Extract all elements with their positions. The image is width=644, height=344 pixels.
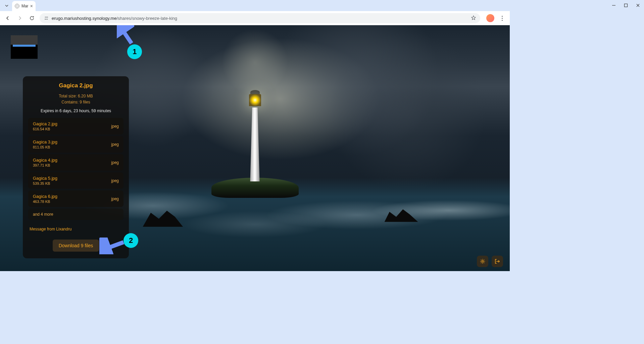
share-meta: Total size: 6.20 MB Contains: 9 files: [28, 93, 123, 105]
annotation-badge-1: 1: [127, 44, 142, 59]
file-type: jpeg: [111, 197, 119, 201]
file-type: jpeg: [111, 142, 119, 147]
share-contains: Contains: 9 files: [28, 99, 123, 105]
file-row[interactable]: Gagica 6.jpg 463.78 KB jpeg: [28, 190, 123, 207]
file-size: 397.71 KB: [33, 163, 57, 167]
svg-point-4: [47, 19, 48, 19]
svg-line-7: [120, 27, 132, 43]
file-name: Gagica 4.jpg: [33, 158, 57, 163]
file-row[interactable]: Gagica 4.jpg 397.71 KB jpeg: [28, 154, 123, 171]
app-logo[interactable]: [11, 35, 38, 59]
share-card: Gagica 2.jpg Total size: 6.20 MB Contain…: [23, 76, 129, 258]
share-title: Gagica 2.jpg: [28, 82, 123, 89]
annotation-arrow: [99, 238, 126, 254]
globe-icon: [15, 4, 19, 8]
file-name: Gagica 6.jpg: [33, 194, 57, 199]
file-row[interactable]: Gagica 5.jpg 539.35 KB jpeg: [28, 172, 123, 189]
file-type: jpeg: [111, 124, 119, 129]
settings-button[interactable]: [477, 256, 488, 267]
file-row[interactable]: Gagica 3.jpg 811.05 KB jpeg: [28, 136, 123, 153]
reload-button[interactable]: [28, 14, 36, 23]
browser-tab[interactable]: Mar ×: [12, 1, 36, 11]
tab-bar: Mar ×: [0, 0, 510, 11]
back-button[interactable]: [3, 14, 12, 23]
svg-line-9: [103, 242, 123, 250]
file-name: Gagica 3.jpg: [33, 139, 57, 144]
file-name: Gagica 5.jpg: [33, 176, 57, 181]
bookmark-star-icon[interactable]: [471, 15, 476, 22]
page-content: Gagica 2.jpg Total size: 6.20 MB Contain…: [0, 25, 510, 271]
download-button[interactable]: Download 9 files: [53, 240, 99, 252]
logout-button[interactable]: [492, 256, 503, 267]
share-total-size: Total size: 6.20 MB: [28, 93, 123, 99]
tab-title: Mar: [21, 4, 28, 8]
file-size: 463.78 KB: [33, 200, 57, 204]
browser-toolbar: erugo.mariushosting.synology.me/shares/s…: [0, 11, 510, 25]
browser-menu-icon[interactable]: [498, 16, 506, 21]
file-type: jpeg: [111, 160, 119, 165]
message-from: Message from Lixandru: [28, 224, 123, 234]
profile-avatar[interactable]: [486, 14, 494, 22]
close-icon[interactable]: ×: [30, 3, 33, 9]
file-size: 539.35 KB: [33, 181, 57, 185]
share-expires: Expires in 6 days, 23 hours, 59 minutes: [28, 109, 123, 113]
svg-point-2: [45, 17, 46, 17]
more-files-row[interactable]: and 4 more: [28, 209, 123, 220]
file-row[interactable]: Gagica 2.jpg 616.54 KB jpeg: [28, 118, 123, 134]
annotation-arrow: [117, 25, 134, 46]
file-type: jpeg: [111, 178, 119, 183]
file-size: 616.54 KB: [33, 127, 57, 131]
background-lighthouse: [247, 94, 263, 181]
bottom-right-actions: [477, 256, 503, 267]
browser-chrome: Mar × erugo.mariushosting.synology.me/sh…: [0, 0, 510, 25]
address-bar[interactable]: erugo.mariushosting.synology.me/shares/s…: [40, 13, 480, 23]
file-list: Gagica 2.jpg 616.54 KB jpeg Gagica 3.jpg…: [28, 118, 123, 220]
annotation-badge-2: 2: [123, 233, 138, 248]
file-size: 811.05 KB: [33, 145, 57, 149]
tab-search-dropdown[interactable]: [3, 2, 11, 10]
file-name: Gagica 2.jpg: [33, 121, 57, 126]
svg-point-10: [482, 261, 484, 262]
url-text: erugo.mariushosting.synology.me/shares/s…: [52, 16, 468, 21]
site-settings-icon[interactable]: [44, 15, 49, 21]
forward-button[interactable]: [15, 14, 24, 23]
